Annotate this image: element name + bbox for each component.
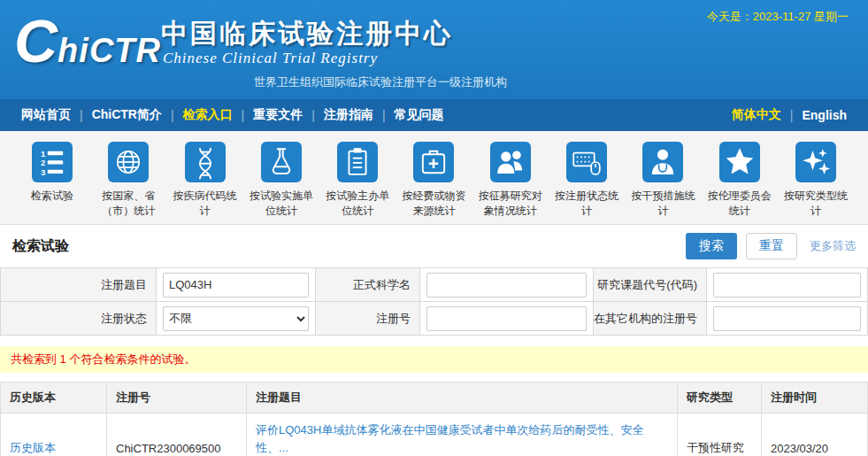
toolbar-item-label: 按疾病代码统计 <box>169 189 242 219</box>
chictr-logo[interactable]: ChiCTR <box>14 11 161 71</box>
other-registration-number-label: 在其它机构的注册号 <box>594 302 707 336</box>
nav-item-faq[interactable]: 常见问题 <box>386 107 453 123</box>
logo-text: hiCTR <box>58 32 161 69</box>
registration-status-label: 注册状态 <box>1 302 157 336</box>
project-code-input[interactable] <box>713 273 861 298</box>
search-button[interactable]: 搜索 <box>686 233 737 259</box>
toolbar-item-by-ethics-committee[interactable]: 按伦理委员会统计 <box>703 142 776 219</box>
sparkles-icon <box>795 142 836 182</box>
dna-icon <box>185 142 226 182</box>
main-nav: 网站首页 | ChiCTR简介 | 检索入口 | 重要文件 | 注册指南 | 常… <box>0 99 868 131</box>
col-header-registration-date: 注册时间 <box>762 383 868 413</box>
col-header-study-type: 研究类型 <box>678 383 762 413</box>
registration-number-input[interactable] <box>426 306 587 331</box>
scientific-name-input[interactable] <box>426 273 587 298</box>
toolbar-item-label: 按试验主办单位统计 <box>321 189 394 219</box>
nav-item-documents[interactable]: 重要文件 <box>244 107 311 123</box>
toolbar-item-label: 按经费或物资来源统计 <box>397 189 470 219</box>
svg-text:3: 3 <box>41 167 45 177</box>
medical-kit-icon <box>413 142 454 182</box>
trial-title-link[interactable]: 评价LQ043H单域抗体雾化液在中国健康受试者中单次给药后的耐受性、安全性、..… <box>256 423 643 454</box>
flask-icon <box>261 142 302 182</box>
results-table: 历史版本 注册号 注册题目 研究类型 注册时间 历史版本 ChiCTR23000… <box>0 382 868 456</box>
toolbar-item-by-intervention[interactable]: 按干预措施统计 <box>626 142 699 219</box>
search-section-title: 检索试验 <box>12 237 69 256</box>
project-code-label: 研究课题代号(代码) <box>594 268 707 302</box>
site-header: ChiCTR 中国临床试验注册中心 Chinese Clinical Trial… <box>0 0 868 99</box>
reset-button[interactable]: 重置 <box>746 233 797 259</box>
toolbar-item-by-funding-source[interactable]: 按经费或物资来源统计 <box>397 142 470 219</box>
search-section-header: 检索试验 搜索 重置 更多筛选 <box>0 225 868 267</box>
keyboard-mouse-icon <box>566 142 607 182</box>
toolbar-item-label: 按注册状态统计 <box>550 189 623 219</box>
nav-item-home[interactable]: 网站首页 <box>12 107 80 123</box>
toolbar-item-search-trials[interactable]: 1 2 3 检索试验 <box>16 142 88 219</box>
star-icon <box>719 142 760 182</box>
col-header-history-version: 历史版本 <box>1 383 107 413</box>
registration-title-cell: 评价LQ043H单域抗体雾化液在中国健康受试者中单次给药后的耐受性、安全性、..… <box>247 413 678 456</box>
logo-letter-c: C <box>14 7 58 74</box>
nav-item-search-entry[interactable]: 检索入口 <box>174 107 242 123</box>
current-date-text: 今天是：2023-11-27 星期一 <box>707 9 849 25</box>
registration-number-label: 注册号 <box>316 302 420 336</box>
registration-status-select[interactable]: 不限 <box>163 306 309 331</box>
more-filters-link[interactable]: 更多筛选 <box>810 238 856 254</box>
svg-text:2: 2 <box>41 158 45 167</box>
other-registration-number-input[interactable] <box>713 306 861 331</box>
doctor-icon <box>642 142 683 182</box>
scientific-name-label: 正式科学名 <box>316 268 420 302</box>
toolbar-item-by-disease-code[interactable]: 按疾病代码统计 <box>169 142 242 219</box>
site-title-chinese: 中国临床试验注册中心 <box>161 16 453 52</box>
people-icon <box>490 142 531 182</box>
toolbar-item-label: 按伦理委员会统计 <box>703 189 776 219</box>
toolbar-item-label: 按国家、省（市）统计 <box>92 189 165 219</box>
toolbar-item-by-study-type[interactable]: 按研究类型统计 <box>780 142 852 219</box>
site-title-english: Chinese Clinical Trial Registry <box>163 50 378 67</box>
clipboard-icon <box>337 142 378 182</box>
toolbar-item-by-sponsor-unit[interactable]: 按试验主办单位统计 <box>321 142 394 219</box>
toolbar-item-label: 按干预措施统计 <box>626 189 699 219</box>
nav-item-registration-guide[interactable]: 注册指南 <box>315 107 382 123</box>
svg-text:1: 1 <box>41 149 46 158</box>
registration-title-label: 注册题目 <box>1 268 157 302</box>
toolbar-item-label: 检索试验 <box>31 189 73 204</box>
lang-simplified-chinese[interactable]: 简体中文 <box>723 107 790 123</box>
result-count-message: 共检索到 1 个符合检索条件的试验。 <box>0 346 868 373</box>
toolbar-item-label: 按征募研究对象情况统计 <box>474 189 547 219</box>
lang-english[interactable]: English <box>793 108 856 122</box>
registration-date-cell: 2023/03/20 <box>762 413 868 456</box>
col-header-registration-title: 注册题目 <box>247 383 678 413</box>
nav-item-about[interactable]: ChiCTR简介 <box>83 107 171 123</box>
statistics-toolbar: 1 2 3 检索试验 按国家、省（市）统计 <box>0 131 868 225</box>
toolbar-item-by-country-province[interactable]: 按国家、省（市）统计 <box>92 142 165 219</box>
toolbar-item-by-recruitment-status[interactable]: 按征募研究对象情况统计 <box>474 142 547 219</box>
toolbar-item-label: 按试验实施单位统计 <box>245 189 318 219</box>
numbered-list-icon: 1 2 3 <box>32 142 73 182</box>
search-actions: 搜索 重置 更多筛选 <box>686 233 856 259</box>
toolbar-item-by-registration-status[interactable]: 按注册状态统计 <box>550 142 623 219</box>
who-accreditation-text: 世界卫生组织国际临床试验注册平台一级注册机构 <box>254 74 507 90</box>
registration-number-cell: ChiCTR2300069500 <box>107 413 247 456</box>
table-row: 历史版本 ChiCTR2300069500 评价LQ043H单域抗体雾化液在中国… <box>1 413 868 456</box>
language-switcher: 简体中文 | English <box>723 107 856 123</box>
toolbar-item-label: 按研究类型统计 <box>780 189 852 219</box>
search-form: 注册题目 正式科学名 研究课题代号(代码) 注册状态 不限 注册号 在其它机构的… <box>0 267 868 336</box>
col-header-registration-number: 注册号 <box>107 383 247 413</box>
results-table-header-row: 历史版本 注册号 注册题目 研究类型 注册时间 <box>1 383 868 413</box>
registration-title-input[interactable] <box>163 273 309 298</box>
globe-icon <box>108 142 149 182</box>
history-version-link[interactable]: 历史版本 <box>10 441 56 454</box>
study-type-cell: 干预性研究 <box>678 413 762 456</box>
toolbar-item-by-implementing-unit[interactable]: 按试验实施单位统计 <box>245 142 318 219</box>
